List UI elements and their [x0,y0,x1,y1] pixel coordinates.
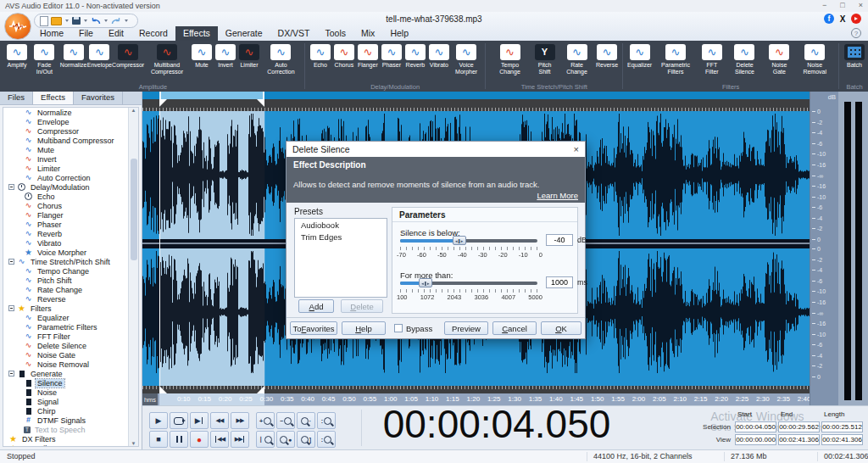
tree-item-signal[interactable]: Signal [3,397,138,406]
ribbon-batch-button[interactable]: Batch [843,41,866,69]
menu-dx-vst[interactable]: DX/VST [270,26,318,41]
ribbon-limiter-button[interactable]: ∿Limiter [237,41,261,69]
stop-button[interactable]: ■ [149,431,168,448]
add-preset-button[interactable]: Add [298,299,334,313]
cancel-button[interactable]: Cancel [492,321,537,335]
zoom-left-button[interactable]: ❘ [256,431,275,448]
minimize-button[interactable]: − [822,1,826,9]
ribbon-rate-change-button[interactable]: ∿Rate Change [559,41,595,75]
youtube-icon[interactable] [851,14,861,24]
selection-start-field[interactable]: 00:00:04.050 [735,421,776,432]
selection-end-marker-bottom[interactable] [257,386,264,393]
tree-item-phaser[interactable]: ∿Phaser [3,220,138,229]
maximize-button[interactable]: □ [840,1,844,9]
tab-favorites[interactable]: Favorites [74,92,123,104]
tree-item-pitch-shift[interactable]: ∿Pitch Shift [3,276,138,285]
zoom-selection-button[interactable]: · [297,412,315,429]
dialog-help-button[interactable]: Help [342,321,386,335]
rewind-button[interactable]: ◀◀ [210,412,229,429]
tree-item-dx-filters[interactable]: ★DX Filters [3,434,138,443]
ribbon-chorus-button[interactable]: ∿Chorus [332,41,356,69]
tree-item-silence[interactable]: Silence [3,378,138,388]
ribbon-noise-removal-button[interactable]: ∿Noise Removal [794,41,835,75]
tree-item-echo[interactable]: Echo [3,192,138,201]
tab-effects[interactable]: Effects [33,92,74,104]
play-button[interactable]: ▶ [149,412,168,429]
tree-item-filters[interactable]: ★Filters [3,304,138,313]
menu-record[interactable]: Record [131,26,175,41]
top-ruler[interactable] [142,99,810,111]
ribbon-phaser-button[interactable]: ∿Phaser [380,41,403,69]
scroll-down-icon[interactable]: ▼ [131,441,136,446]
tree-item-equalizer[interactable]: ∿Equalizer [3,313,138,322]
ribbon-envelope-button[interactable]: ∿Envelope [87,41,113,69]
ribbon-reverse-button[interactable]: ∿Reverse [595,41,619,69]
zoom-in-button[interactable]: + [256,412,275,429]
ribbon-parametric-filters-button[interactable]: ∿Parametric Filters [653,41,698,75]
tree-item-vibrato[interactable]: ∿Vibrato [3,238,138,248]
tree-item-compressor[interactable]: ∿Compressor [3,126,138,136]
tree-item-delete-silence[interactable]: ∿Delete Silence [3,341,138,350]
preset-trim-edges[interactable]: Trim Edges [295,231,387,243]
ribbon-equalizer-button[interactable]: ∿Equalizer [626,41,653,69]
close-button[interactable]: × [859,1,863,9]
loop-button[interactable] [170,412,188,429]
view-length-field[interactable]: 00:02:41.306 [821,434,863,445]
tree-item-chirp[interactable]: Chirp [3,406,138,416]
expander-icon[interactable] [8,259,14,265]
silence-slider-handle[interactable]: ◂❚▸ [453,236,466,245]
selection-start-marker[interactable] [159,99,167,107]
tree-item-voice-morpher[interactable]: ★Voice Morpher [3,248,138,257]
ribbon-voice-morpher-button[interactable]: ∿Voice Morpher [451,41,482,75]
tree-item-rate-change[interactable]: ∿Rate Change [3,285,138,294]
delete-preset-button[interactable]: Delete [341,299,383,313]
play-file-button[interactable]: ▶ [190,412,209,429]
ribbon-normalize-button[interactable]: ∿Normalize [60,41,87,69]
selection-length-field[interactable]: 00:00:25.512 [821,421,863,432]
ribbon-delete-silence-button[interactable]: ∿Delete Silence [726,41,764,75]
record-button[interactable]: ● [190,431,209,448]
view-start-field[interactable]: 00:00:00.000 [735,434,776,445]
view-end-field[interactable]: 00:02:41.306 [778,434,820,445]
ribbon-amplify-button[interactable]: ∿Amplify [5,41,29,69]
tree-item-noise-removal[interactable]: ∿Noise Removal [3,360,138,369]
ribbon-auto-correction-button[interactable]: ∿Auto Correction [261,41,301,75]
go-end-button[interactable]: ▶▶ [231,431,249,448]
tree-item-limiter[interactable]: ∿Limiter [3,164,138,173]
ribbon-echo-button[interactable]: ∿Echo [309,41,332,69]
tree-item-chorus[interactable]: ∿Chorus [3,201,138,210]
help-icon[interactable]: ? [851,28,861,38]
go-start-button[interactable]: ◀◀ [210,431,229,448]
preview-button[interactable]: Preview [444,321,488,335]
scroll-up-icon[interactable]: ▲ [131,108,136,113]
navigator-selection[interactable] [159,92,264,99]
tree-item-time-stretch-pitch-shift[interactable]: ∿Time Stretch/Pitch Shift [3,257,138,266]
scrollbar-thumb[interactable] [131,159,137,260]
tree-item-envelope[interactable]: ∿Envelope [3,117,138,126]
tree-item-reverb[interactable]: ∿Reverb [3,229,138,238]
silence-value-input[interactable]: -40 [546,234,573,246]
selection-start-marker-bottom[interactable] [159,386,167,393]
tree-item-flanger[interactable]: ∿Flanger [3,210,138,220]
menu-file[interactable]: File [71,26,101,41]
tree-item-parametric-filters[interactable]: ∿Parametric Filters [3,322,138,332]
preset-audiobook[interactable]: Audiobook [295,219,387,231]
expander-icon[interactable] [8,371,14,377]
ribbon-tempo-change-button[interactable]: ∿Tempo Change [489,41,530,75]
selection-end-marker[interactable] [257,99,264,107]
zoom-right-button[interactable]: ] [297,431,315,448]
zoom-out-button[interactable]: − [276,412,295,429]
tree-item-noise-gate[interactable]: ∿Noise Gate [3,350,138,360]
tree-item-tempo-change[interactable]: ∿Tempo Change [3,266,138,276]
to-favorites-button[interactable]: To Favorites [290,321,337,335]
ribbon-pitch-shift-button[interactable]: YPitch Shift [531,41,559,75]
tree-item-mute[interactable]: ∿Mute [3,145,138,154]
menu-help[interactable]: Help [382,26,416,41]
pause-button[interactable] [170,431,188,448]
ribbon-fft-filter-button[interactable]: ∿FFT Filter [698,41,726,75]
menu-mix[interactable]: Mix [353,26,382,41]
duration-slider-handle[interactable]: ◂❚▸ [419,278,432,287]
ribbon-fade-in-out-button[interactable]: ∿Fade In/Out [29,41,60,75]
facebook-icon[interactable]: f [824,14,834,24]
tree-scrollbar[interactable]: ▲▼ [128,108,138,446]
